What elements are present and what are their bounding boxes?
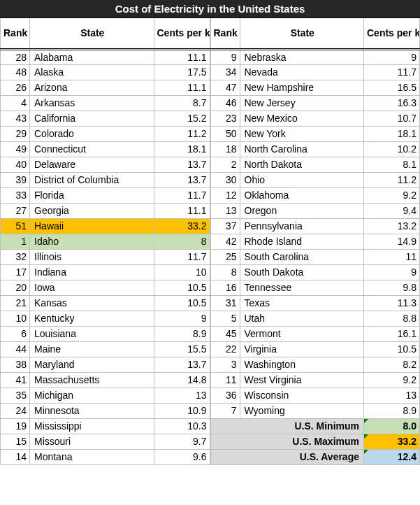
- cell-value: 9.2: [364, 187, 420, 203]
- table-row: 3Washington8.2: [210, 357, 420, 372]
- cell-state: North Carolina: [240, 141, 364, 157]
- cell-value: 33.2: [154, 218, 210, 234]
- hdr-rank: Rank: [210, 18, 240, 49]
- cell-value: 11.7: [154, 249, 210, 264]
- page-title: Cost of Electricity in the United States: [0, 0, 420, 18]
- cell-state: Maryland: [30, 357, 154, 372]
- cell-rank: 18: [210, 141, 240, 157]
- cell-state: Wyoming: [240, 403, 364, 418]
- table-row: 21Kansas10.5: [1, 295, 210, 311]
- cell-value: 13: [154, 387, 210, 403]
- cell-value: 9: [364, 49, 420, 64]
- cell-state: Louisiana: [30, 326, 154, 341]
- cell-rank: 4: [1, 95, 30, 111]
- table-row: 7Wyoming8.9: [210, 403, 420, 418]
- cell-state: Iowa: [30, 280, 154, 295]
- cell-value: 9.8: [364, 280, 420, 295]
- cell-state: Minnesota: [30, 403, 154, 418]
- cell-rank: 51: [1, 218, 30, 234]
- cell-value: 8.9: [364, 403, 420, 418]
- cell-state: Idaho: [30, 234, 154, 249]
- cell-state: Delaware: [30, 157, 154, 172]
- table-row: 43California15.2: [1, 111, 210, 126]
- cell-rank: 36: [210, 387, 240, 403]
- cell-value: 9.7: [154, 434, 210, 449]
- cell-state: Pennsylvania: [240, 218, 364, 234]
- cell-state: Ohio: [240, 172, 364, 187]
- hdr-value: Cents per kW-hour: [364, 18, 420, 49]
- cell-value: 10: [154, 264, 210, 280]
- cell-value: 18.1: [364, 126, 420, 141]
- cell-rank: 16: [210, 280, 240, 295]
- cell-value: 8.9: [154, 326, 210, 341]
- cell-rank: 38: [1, 357, 30, 372]
- cell-rank: 8: [210, 264, 240, 280]
- cell-rank: 7: [210, 403, 240, 418]
- summary-min-value: 8.0: [364, 418, 420, 434]
- summary-max-label: U.S. Maximum: [210, 434, 364, 449]
- cell-state: Rhode Island: [240, 234, 364, 249]
- cell-rank: 26: [1, 80, 30, 95]
- left-column: Rank State Cents per kW-hour 28Alabama11…: [0, 18, 210, 465]
- cell-rank: 1: [1, 234, 30, 249]
- summary-row-min: U.S. Minimum 8.0: [210, 418, 420, 434]
- cell-value: 13.7: [154, 357, 210, 372]
- cell-state: Hawaii: [30, 218, 154, 234]
- cell-rank: 30: [210, 172, 240, 187]
- cell-rank: 45: [210, 326, 240, 341]
- table-row: 48Alaska17.5: [1, 64, 210, 80]
- hdr-state: State: [30, 18, 154, 49]
- cell-state: Oklahoma: [240, 187, 364, 203]
- cell-state: Washington: [240, 357, 364, 372]
- cell-rank: 17: [1, 264, 30, 280]
- table-row: 34Nevada11.7: [210, 64, 420, 80]
- cell-value: 8.2: [364, 357, 420, 372]
- cell-value: 13.2: [364, 218, 420, 234]
- table-row: 41Massachusetts14.8: [1, 372, 210, 387]
- columns-wrap: Rank State Cents per kW-hour 28Alabama11…: [0, 18, 420, 465]
- table-row: 9Nebraska9: [210, 49, 420, 64]
- table-row: 8South Dakota9: [210, 264, 420, 280]
- cell-value: 10.3: [154, 418, 210, 434]
- cell-state: District of Columbia: [30, 172, 154, 187]
- cell-rank: 42: [210, 234, 240, 249]
- hdr-rank: Rank: [1, 18, 30, 49]
- cell-value: 14.8: [154, 372, 210, 387]
- table-row: 30Ohio11.2: [210, 172, 420, 187]
- table-row: 14Montana9.6: [1, 449, 210, 464]
- cell-value: 9: [364, 264, 420, 280]
- cell-rank: 49: [1, 141, 30, 157]
- table-row: 29Colorado11.2: [1, 126, 210, 141]
- summary-row-max: U.S. Maximum 33.2: [210, 434, 420, 449]
- cell-state: South Carolina: [240, 249, 364, 264]
- table-row: 27Georgia11.1: [1, 203, 210, 218]
- cell-rank: 25: [210, 249, 240, 264]
- cell-value: 9: [154, 311, 210, 326]
- cell-value: 10.5: [154, 280, 210, 295]
- table-row: 51Hawaii33.2: [1, 218, 210, 234]
- table-row: 22Virginia10.5: [210, 341, 420, 357]
- cell-state: West Virginia: [240, 372, 364, 387]
- cell-state: California: [30, 111, 154, 126]
- summary-avg-label: U.S. Average: [210, 449, 364, 464]
- cell-rank: 2: [210, 157, 240, 172]
- table-row: 10Kentucky9: [1, 311, 210, 326]
- cell-value: 8.7: [154, 95, 210, 111]
- cell-state: Utah: [240, 311, 364, 326]
- cell-value: 13: [364, 387, 420, 403]
- cell-state: Arizona: [30, 80, 154, 95]
- table-row: 6Louisiana8.9: [1, 326, 210, 341]
- table-row: 31Texas11.3: [210, 295, 420, 311]
- table-row: 15Missouri9.7: [1, 434, 210, 449]
- cell-value: 17.5: [154, 64, 210, 80]
- cell-state: Kansas: [30, 295, 154, 311]
- cell-value: 11.3: [364, 295, 420, 311]
- cell-rank: 32: [1, 249, 30, 264]
- cell-rank: 47: [210, 80, 240, 95]
- cell-rank: 43: [1, 111, 30, 126]
- table-row: 39District of Columbia13.7: [1, 172, 210, 187]
- cell-state: Colorado: [30, 126, 154, 141]
- summary-max-value: 33.2: [364, 434, 420, 449]
- cell-rank: 46: [210, 95, 240, 111]
- cell-rank: 21: [1, 295, 30, 311]
